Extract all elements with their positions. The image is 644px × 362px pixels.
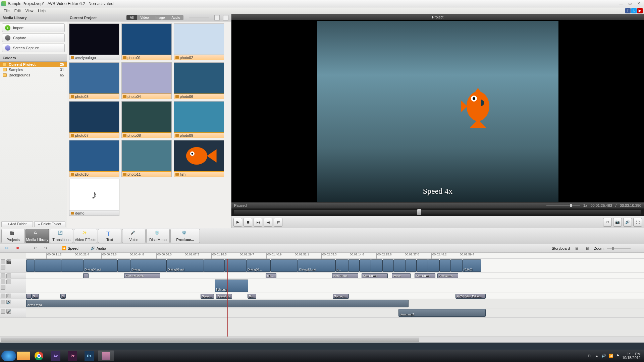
explorer-icon[interactable] xyxy=(17,352,30,360)
clip[interactable] xyxy=(117,259,130,272)
track-visible-icon[interactable] xyxy=(1,300,5,304)
folder-current-project[interactable]: Current Project25 xyxy=(0,62,67,67)
clip[interactable] xyxy=(61,259,83,272)
clip[interactable]: Ma... xyxy=(266,273,276,278)
clip[interactable]: Diving06.avi xyxy=(166,259,204,272)
clip[interactable]: S... xyxy=(32,294,39,299)
clip[interactable] xyxy=(225,259,246,272)
module-video-effects[interactable]: ✨Video Effects xyxy=(74,229,97,243)
tab-audio[interactable]: Audio xyxy=(168,15,183,20)
thumb-photo10[interactable]: photo10 xyxy=(69,140,119,177)
clip[interactable] xyxy=(394,259,405,272)
view-2-icon[interactable]: 🖥 xyxy=(583,245,591,252)
track-fx-body[interactable]: Glass MosaicMa...Ken BurnsKen BurnsWaveK… xyxy=(26,273,644,279)
minimize-icon[interactable]: — xyxy=(617,1,625,6)
timeline-scrollbar[interactable] xyxy=(0,337,644,343)
module-text[interactable]: TText xyxy=(98,229,121,243)
chrome-icon[interactable] xyxy=(31,351,47,361)
tray-flag-icon[interactable]: ▲ xyxy=(595,354,599,358)
clip[interactable]: (0,0,0) xyxy=(462,259,481,272)
track-visible-icon[interactable] xyxy=(1,294,5,298)
clip[interactable] xyxy=(417,259,428,272)
clip[interactable]: Diving08... xyxy=(246,259,270,272)
thumb-photo03[interactable]: photo03 xyxy=(69,62,119,99)
thumb-photo09[interactable]: photo09 xyxy=(174,101,224,138)
module-projects[interactable]: 🎬Projects xyxy=(1,229,25,243)
clip[interactable]: Ken Burns xyxy=(437,273,458,278)
module-transitions[interactable]: 🔄Transitions xyxy=(50,229,73,243)
next-button[interactable]: ⏭ xyxy=(264,218,272,227)
folder-backgrounds[interactable]: Backgrounds65 xyxy=(0,72,67,78)
module-disc-menu[interactable]: 💿Disc Menu xyxy=(146,229,170,243)
add-folder-button[interactable]: + Add Folder xyxy=(1,221,33,227)
twitter-icon[interactable]: t xyxy=(631,8,637,13)
clip[interactable]: Diving04.avi xyxy=(83,259,117,272)
clip[interactable]: fish.png xyxy=(215,280,248,292)
clip[interactable] xyxy=(428,259,439,272)
clip[interactable] xyxy=(83,273,89,278)
storyboard-toggle[interactable]: Storyboard xyxy=(552,246,570,250)
module-produce[interactable]: ⚙️Produce... xyxy=(170,229,200,243)
clip[interactable]: Ken Burns xyxy=(332,273,358,278)
module-voice[interactable]: 🎤Voice xyxy=(122,229,146,243)
fullscreen-button[interactable]: ⛶ xyxy=(633,218,642,227)
speed-button[interactable]: ⏩Speed xyxy=(62,246,78,250)
tray-action-icon[interactable]: ⚑ xyxy=(616,354,620,358)
clip[interactable]: Bi... xyxy=(248,294,256,299)
photoshop-icon[interactable]: Ps xyxy=(81,351,97,361)
tray-lang[interactable]: PL xyxy=(588,354,592,358)
thumb-photo06[interactable]: photo06 xyxy=(174,62,224,99)
scrollbar-thumb[interactable] xyxy=(1,338,419,342)
clip[interactable] xyxy=(35,259,61,272)
thumb-photo11[interactable]: photo11 xyxy=(121,140,172,177)
module-media-library[interactable]: 🗂Media Library xyxy=(25,229,49,243)
thumb-fish[interactable]: fish xyxy=(174,140,224,177)
clip[interactable]: demo.mp3 xyxy=(398,309,486,317)
thumb-demo[interactable]: ♪demo xyxy=(69,179,119,216)
tray-clock[interactable]: 1:11 PM 10/15/2012 xyxy=(622,352,641,360)
clip[interactable]: Wave xyxy=(392,273,411,278)
clip[interactable] xyxy=(405,259,417,272)
import-button[interactable]: +Import xyxy=(2,23,65,32)
playhead[interactable] xyxy=(227,259,228,337)
thumb-photo08[interactable]: photo08 xyxy=(121,101,172,138)
track-video-body[interactable]: Diving04.aviDiving...Diving06.aviDiving0… xyxy=(26,259,644,273)
view-1-icon[interactable]: 🖥 xyxy=(573,245,581,252)
fit-button[interactable]: ⛶ xyxy=(633,245,641,252)
close-icon[interactable]: ✕ xyxy=(635,1,643,6)
clip[interactable] xyxy=(439,259,451,272)
tab-image[interactable]: Image xyxy=(152,15,168,20)
loop-button[interactable]: ⇄ xyxy=(274,218,282,227)
clip[interactable]: Ken Burns xyxy=(362,273,388,278)
clip[interactable]: Diving... xyxy=(130,259,166,272)
clip[interactable] xyxy=(371,259,382,272)
track-visible-icon[interactable] xyxy=(1,280,5,284)
avs-icon[interactable] xyxy=(98,351,114,361)
menu-edit[interactable]: Edit xyxy=(12,9,23,13)
delete-button[interactable]: ✖ xyxy=(13,245,21,252)
clip[interactable]: Diving12.avi xyxy=(298,259,335,272)
redo-button[interactable]: ↷ xyxy=(42,245,50,252)
clip[interactable] xyxy=(204,259,225,272)
undo-button[interactable]: ↶ xyxy=(31,245,39,252)
tray-network-icon[interactable]: 📶 xyxy=(609,354,613,358)
clip[interactable]: p... xyxy=(335,259,348,272)
prev-button[interactable]: ⏮ xyxy=(254,218,262,227)
premiere-icon[interactable]: Pr xyxy=(64,351,80,361)
clip[interactable]: Some p... xyxy=(333,294,349,299)
scrub-bar[interactable] xyxy=(234,210,641,215)
clip[interactable] xyxy=(26,259,35,272)
track-visible-icon[interactable] xyxy=(1,309,5,314)
audio-button[interactable]: 🔊Audio xyxy=(91,246,106,250)
capture-button[interactable]: Capture xyxy=(2,34,65,42)
track-visible-icon[interactable] xyxy=(1,259,5,264)
scrub-handle[interactable] xyxy=(417,209,421,215)
clip[interactable] xyxy=(451,259,462,272)
clip[interactable] xyxy=(360,259,371,272)
thumb-photo01[interactable]: photo01 xyxy=(121,23,172,60)
play-button[interactable]: ▶ xyxy=(233,218,242,227)
clip[interactable] xyxy=(382,259,394,272)
thumb-size-slider[interactable] xyxy=(189,17,209,18)
track-mute-icon[interactable] xyxy=(1,265,5,269)
thumb-photo02[interactable]: photo02 xyxy=(174,23,224,60)
